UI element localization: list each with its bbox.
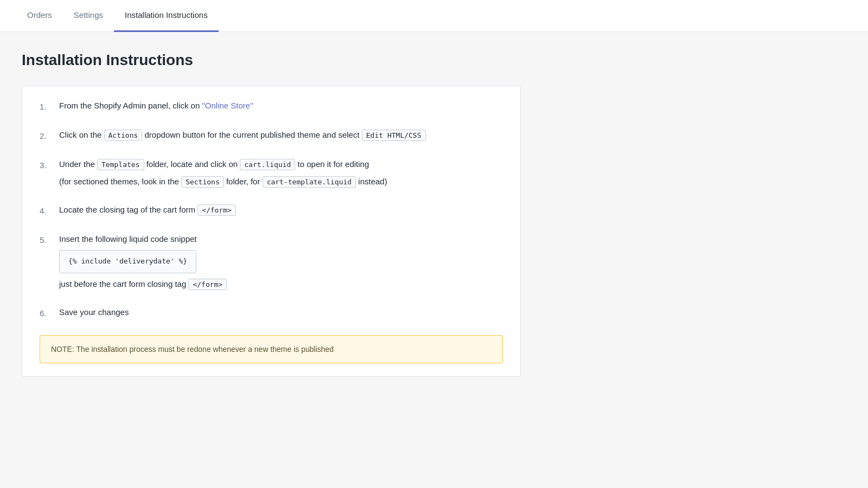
edit-html-css-code: Edit HTML/CSS <box>362 130 426 141</box>
step-6: 6. Save your changes <box>40 306 503 320</box>
step-3-sub-middle: folder, for <box>224 177 263 186</box>
cart-liquid-code: cart.liquid <box>240 159 295 170</box>
page-content: Installation Instructions 1. From the Sh… <box>0 32 542 393</box>
step-5-text-before2: just before the cart form closing tag <box>59 279 188 288</box>
step-4: 4. Locate the closing tag of the cart fo… <box>40 203 503 217</box>
note-banner: NOTE: The installation process must be r… <box>40 335 503 363</box>
step-3-content: Under the Templates folder, locate and c… <box>59 158 503 188</box>
page-title: Installation Instructions <box>22 48 521 73</box>
step-5-text-before: Insert the following liquid code snippet <box>59 234 197 243</box>
step-4-content: Locate the closing tag of the cart form … <box>59 203 503 216</box>
templates-code: Templates <box>97 159 144 170</box>
form-close-tag-code: </form> <box>197 204 236 216</box>
step-6-number: 6. <box>40 306 59 320</box>
step-3-number: 3. <box>40 158 59 172</box>
liquid-snippet-code: {% include 'deliverydate' %} <box>59 250 196 273</box>
instructions-container: 1. From the Shopify Admin panel, click o… <box>22 86 521 377</box>
step-2-content: Click on the Actions dropdown button for… <box>59 129 503 142</box>
step-2-text-middle: dropdown button for the current publishe… <box>142 130 361 139</box>
tab-installation[interactable]: Installation Instructions <box>114 0 219 32</box>
step-4-text-before: Locate the closing tag of the cart form <box>59 205 197 214</box>
online-store-link[interactable]: "Online Store" <box>202 101 253 110</box>
step-5-number: 5. <box>40 233 59 247</box>
step-1: 1. From the Shopify Admin panel, click o… <box>40 99 503 113</box>
step-3-sub-note: (for sectioned themes, look in the Secti… <box>59 175 503 188</box>
step-1-number: 1. <box>40 99 59 113</box>
step-1-content: From the Shopify Admin panel, click on "… <box>59 99 503 112</box>
tab-orders[interactable]: Orders <box>16 0 63 32</box>
step-5: 5. Insert the following liquid code snip… <box>40 233 503 291</box>
sections-code: Sections <box>181 176 224 188</box>
tab-bar: Orders Settings Installation Instruction… <box>0 0 868 32</box>
step-3-sub-end: instead) <box>356 177 387 186</box>
cart-template-liquid-code: cart-template.liquid <box>263 176 356 188</box>
step-2: 2. Click on the Actions dropdown button … <box>40 129 503 143</box>
form-close-tag-code-2: </form> <box>188 279 227 290</box>
actions-code: Actions <box>104 130 143 141</box>
step-6-text: Save your changes <box>59 307 129 317</box>
step-2-number: 2. <box>40 129 59 143</box>
step-3-main-line: Under the Templates folder, locate and c… <box>59 158 503 171</box>
step-2-text-before: Click on the <box>59 130 104 139</box>
note-text: NOTE: The installation process must be r… <box>51 345 334 354</box>
step-5-line2: just before the cart form closing tag </… <box>59 278 503 291</box>
step-3-text-before: Under the <box>59 159 97 169</box>
step-5-code-block-wrapper: {% include 'deliverydate' %} <box>59 246 503 278</box>
step-5-line1: Insert the following liquid code snippet <box>59 233 503 246</box>
step-3-text-after: to open it for editing <box>295 159 369 169</box>
step-3-text-middle: folder, locate and click on <box>144 159 240 169</box>
step-6-content: Save your changes <box>59 306 503 319</box>
step-4-number: 4. <box>40 203 59 217</box>
step-1-text-before: From the Shopify Admin panel, click on <box>59 101 202 110</box>
step-3: 3. Under the Templates folder, locate an… <box>40 158 503 188</box>
step-3-sub-text: (for sectioned themes, look in the <box>59 177 181 186</box>
tab-settings[interactable]: Settings <box>63 0 114 32</box>
step-5-content: Insert the following liquid code snippet… <box>59 233 503 291</box>
